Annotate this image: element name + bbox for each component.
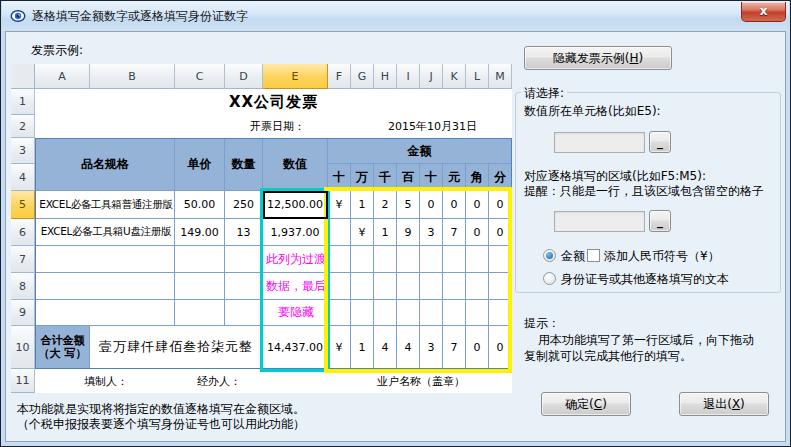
empty-cell [225, 300, 263, 326]
digit-cell: 4 [397, 326, 420, 369]
digit-header: 千 [374, 164, 397, 191]
cell-ref-picker-button[interactable]: _ [649, 131, 671, 153]
empty-cell [225, 246, 263, 273]
digit-cell: 4 [374, 326, 397, 369]
row-header-9: 9 [11, 300, 35, 326]
digit-cell: 0 [443, 191, 466, 219]
bottom-note-line2: （个税申报报表要逐个填写身份证号也可以用此功能） [17, 416, 305, 433]
empty-cell [35, 246, 175, 273]
digit-header: 十 [420, 164, 443, 191]
exit-button[interactable]: 退出(X) [679, 392, 769, 416]
digit-header: 角 [466, 164, 489, 191]
amount-radio-selected[interactable] [543, 249, 556, 262]
row-header-7: 7 [11, 246, 35, 273]
range-picker-button[interactable]: _ [649, 210, 671, 232]
empty-cell [35, 300, 175, 326]
header-product: 品名规格 [35, 138, 175, 191]
rmb-symbol-checkbox-label[interactable]: 添加人民币符号（¥） [604, 248, 720, 265]
cell-qty-row6: 13 [225, 219, 263, 246]
digit-cell: 9 [397, 219, 420, 246]
digit-header: 分 [489, 164, 512, 191]
digit-cell: 7 [443, 326, 466, 369]
sheet-corner [11, 64, 35, 89]
rmb-symbol-checkbox[interactable] [587, 249, 600, 262]
col-header-J: J [420, 64, 443, 89]
row-header-6: 6 [11, 219, 35, 246]
digit-cell: 1 [351, 326, 374, 369]
digit-cell: 0 [489, 191, 512, 219]
cell-qty-row5: 250 [225, 191, 263, 219]
digit-cell [328, 219, 351, 246]
cell-price-row6: 149.00 [175, 219, 225, 246]
cell-note-line2: 数据，最后 [263, 273, 328, 300]
digit-cell: ¥ [328, 191, 351, 219]
row-header-8: 8 [11, 273, 35, 300]
cell-ref-input[interactable] [554, 132, 645, 153]
groupbox-title: 请选择: [521, 85, 567, 102]
id-number-radio[interactable] [543, 272, 556, 285]
digit-cell: 0 [420, 191, 443, 219]
cell-value-row5-active: 12,500.00 [263, 191, 328, 219]
header-unit-price: 单价 [175, 138, 225, 191]
row-header-5-selected: 5 [11, 191, 35, 219]
invoice-date-label: 开票日期： [225, 115, 328, 138]
cell-total-value: 14,437.00 [263, 326, 328, 369]
cell-product-row6: EXCEL必备工具箱U盘注册版 [35, 219, 175, 246]
range-input[interactable] [554, 211, 645, 232]
digit-header: 万 [351, 164, 374, 191]
row-header-11: 11 [11, 369, 35, 393]
row-header-2: 2 [11, 115, 35, 138]
col-header-I: I [397, 64, 420, 89]
tip-title: 提示： [524, 315, 560, 332]
row-header-10: 10 [11, 326, 35, 369]
header-amount: 金额 [328, 138, 512, 164]
digit-cell: 2 [374, 191, 397, 219]
digit-cell: 0 [466, 219, 489, 246]
digit-cell: ¥ [351, 219, 374, 246]
row-header-4: 4 [11, 164, 35, 191]
empty-cell [175, 246, 225, 273]
invoice-title: XX公司发票 [35, 89, 512, 115]
col-header-K: K [443, 64, 466, 89]
digit-cell: 1 [351, 191, 374, 219]
cell-note-line1: 此列为过渡 [263, 246, 328, 273]
footer-business: 业户名称（盖章） [328, 369, 512, 393]
cell-ref-label: 数值所在单元格(比如E5): [524, 103, 661, 120]
id-number-radio-label[interactable]: 身份证号或其他逐格填写的文本 [561, 271, 729, 288]
col-header-D: D [225, 64, 263, 89]
sheet-grid: A B C D E F G H I J K L M 1 2 3 4 5 6 7 … [11, 64, 512, 393]
cell-note-line3: 要隐藏 [263, 300, 328, 326]
digit-header: 十 [328, 164, 351, 191]
digit-cell: 0 [466, 326, 489, 369]
footer-filler: 填制人： [35, 369, 175, 393]
col-header-C: C [175, 64, 225, 89]
tip-line2: 复制就可以完成其他行的填写。 [524, 348, 692, 365]
header-value: 数值 [263, 138, 328, 191]
col-header-E-selected: E [263, 64, 328, 89]
col-header-A: A [35, 64, 90, 89]
invoice-sheet-example: A B C D E F G H I J K L M 1 2 3 4 5 6 7 … [11, 64, 512, 393]
digit-cell: 1 [374, 219, 397, 246]
ok-button[interactable]: 确定(C) [541, 392, 631, 416]
cell-value-row6: 1,937.00 [263, 219, 328, 246]
app-eye-icon [10, 9, 26, 23]
col-header-G: G [351, 64, 374, 89]
tip-line1: 用本功能填写了第一行区域后，向下拖动 [538, 332, 754, 349]
digit-cell: 5 [397, 191, 420, 219]
digit-cell: 0 [489, 326, 512, 369]
footer-handler: 经办人： [175, 369, 263, 393]
digit-cell: ¥ [328, 326, 351, 369]
row-header-3: 3 [11, 138, 35, 164]
hide-example-button[interactable]: 隐藏发票示例(H) [524, 46, 672, 70]
digit-cell: 0 [466, 191, 489, 219]
dialog-window: 逐格填写金额数字或逐格填写身份证数字 x 发票示例: A B C D E F G… [0, 0, 791, 447]
digit-cell: 7 [443, 219, 466, 246]
digit-header: 百 [397, 164, 420, 191]
digit-header: 元 [443, 164, 466, 191]
close-button[interactable]: x [741, 2, 786, 22]
header-qty: 数量 [225, 138, 263, 191]
total-uppercase-text: 壹万肆仟肆佰叁拾柒元整 [90, 326, 263, 369]
col-header-L: L [466, 64, 489, 89]
window-title: 逐格填写金额数字或逐格填写身份证数字 [32, 8, 248, 25]
col-header-B: B [90, 64, 175, 89]
